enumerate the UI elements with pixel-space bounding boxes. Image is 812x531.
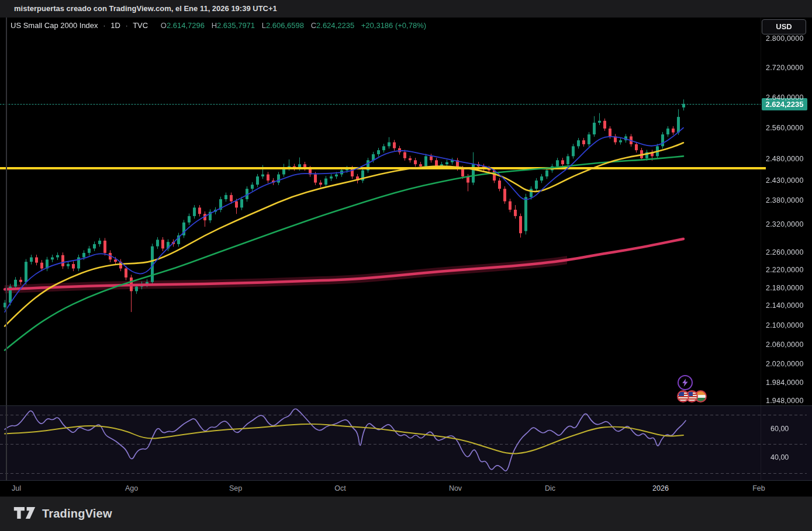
legend-separator: · [125, 21, 127, 30]
price-axis-label: 2.720,0000 [766, 64, 804, 72]
tradingview-logo[interactable] [13, 505, 36, 523]
time-axis[interactable]: JulAgoSepOctNovDic2026Feb [0, 481, 812, 497]
time-axis-label: Jul [12, 484, 21, 492]
price-axis-label: 2.560,0000 [766, 124, 804, 132]
price-axis[interactable]: USD 2.624,2235 2.800,00002.720,00002.640… [761, 18, 812, 480]
currency-button[interactable]: USD [762, 19, 806, 34]
rsi-axis-label: 40,00 [770, 453, 789, 461]
price-axis-label: 2.640,0000 [766, 93, 804, 102]
time-axis-label: Nov [449, 484, 462, 492]
open-value: 2.614,7296 [167, 21, 205, 30]
price-axis-label: 2.380,0000 [766, 196, 804, 204]
main-chart-canvas[interactable] [0, 18, 761, 405]
footer-bar: TradingView [0, 497, 812, 531]
high-value: 2.635,7971 [217, 21, 255, 30]
chart-area: US Small Cap 2000 Index · 1D · TVC O2.61… [0, 18, 812, 497]
price-axis-label: 1.948,0000 [766, 397, 804, 405]
time-axis-label: Ago [125, 484, 138, 492]
pane-separator[interactable] [0, 405, 812, 406]
flag-canton [679, 392, 684, 396]
time-axis-label: Dic [545, 484, 555, 492]
close-value: 2.624,2235 [316, 21, 354, 30]
open-label: O [161, 21, 167, 30]
price-axis-label: 2.220,0000 [766, 266, 804, 274]
low-value: 2.606,6598 [266, 21, 304, 30]
drawn-line-axis-tick [761, 167, 766, 169]
us-flag-icon[interactable] [677, 390, 689, 402]
rsi-axis-label: 60,00 [770, 425, 789, 433]
time-axis-label: Feb [752, 484, 765, 492]
interval-label[interactable]: 1D [110, 21, 120, 30]
attribution-bar: misterpuertas creado con TradingView.com… [0, 0, 812, 18]
brand-name[interactable]: TradingView [42, 507, 112, 520]
price-axis-label: 2.180,0000 [766, 284, 804, 292]
price-axis-label: 2.260,0000 [766, 248, 804, 256]
price-axis-label: 2.020,0000 [766, 360, 804, 368]
price-axis-label: 2.100,0000 [766, 321, 804, 329]
time-axis-label: Oct [334, 484, 345, 492]
exchange-label: TVC [133, 21, 148, 30]
chart-legend[interactable]: US Small Cap 2000 Index · 1D · TVC O2.61… [11, 21, 426, 30]
close-label: C [311, 21, 316, 30]
ohlc-values: O2.614,7296 H2.635,7971 L2.606,6598 C2.6… [156, 21, 426, 30]
low-label: L [262, 21, 266, 30]
tradingview-snapshot: misterpuertas creado con TradingView.com… [0, 0, 812, 531]
high-label: H [212, 21, 217, 30]
time-axis-label: Sep [229, 484, 242, 492]
price-axis-label: 2.430,0000 [766, 176, 804, 185]
price-axis-label: 2.060,0000 [766, 341, 804, 349]
price-axis-label: 2.320,0000 [766, 220, 804, 228]
price-axis-label: 1.984,0000 [766, 379, 804, 387]
attribution-text: misterpuertas creado con TradingView.com… [14, 4, 277, 13]
symbol-title[interactable]: US Small Cap 2000 Index [11, 21, 98, 30]
change-value: +20,3186 (+0,78%) [361, 21, 426, 30]
pane-left-border [6, 18, 7, 480]
legend-separator: · [103, 21, 105, 30]
price-axis-label: 2.140,0000 [766, 301, 804, 310]
lightning-icon[interactable] [678, 375, 693, 390]
price-axis-label: 2.480,0000 [766, 155, 804, 163]
time-axis-label: 2026 [652, 484, 669, 492]
price-axis-label: 2.800,0000 [766, 34, 804, 43]
rsi-pane-canvas[interactable] [0, 406, 812, 480]
